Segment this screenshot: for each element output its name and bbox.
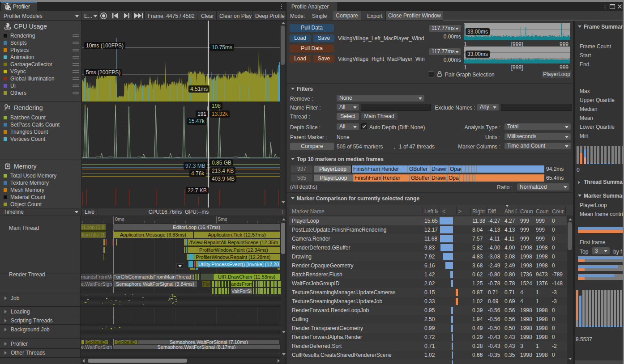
svg-text:CPU: CPU xyxy=(5,27,10,30)
